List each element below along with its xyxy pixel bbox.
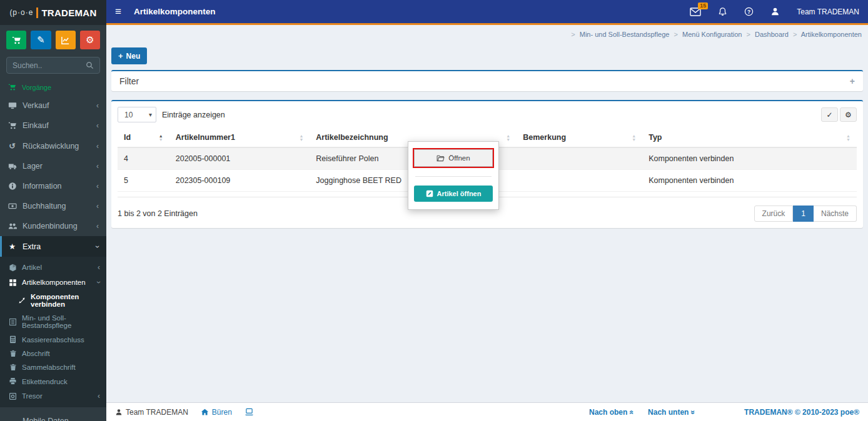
grid-icon [8,279,18,287]
page-length-label: Einträge anzeigen [162,111,225,119]
chevron-left-icon: ‹ [96,162,99,171]
sidebar-item-information[interactable]: Information ‹ [0,176,106,196]
chevron-left-icon: ‹ [96,142,99,151]
check-icon: ✓ [826,111,832,119]
cell-bemerkung[interactable] [517,170,642,192]
sidebar-item-verkauf[interactable]: Verkauf ‹ [0,96,106,116]
filter-expand-button[interactable]: + [850,76,855,86]
app-logo[interactable]: (p·o·e TRADEMAN [0,0,106,25]
page-title: Artikelkomponenten [134,7,216,16]
sidebar-item-kundenbindung[interactable]: Kundenbindung ‹ [0,216,106,236]
messages-button[interactable]: 15 [690,7,701,16]
users-icon [8,222,17,230]
hamburger-icon[interactable]: ≡ [115,6,121,18]
sidebar-item-abschrift[interactable]: Abschrift [0,347,106,360]
breadcrumb-link[interactable]: Dashboard [755,31,789,38]
breadcrumb-link[interactable]: Menü Konfiguration [682,31,742,38]
scroll-top-label: Nach oben [589,408,627,417]
sidebar-item-label: Komponenten verbinden [31,293,100,308]
cell-artikelnummer1[interactable]: 202305-000109 [169,170,310,192]
sidebar-item-vorgaenge[interactable]: Vorgänge [0,77,106,96]
topnav-user-label[interactable]: Team TRADEMAN [797,7,859,16]
sidebar-item-label: Min- und Soll-Bestandspflege [22,314,100,329]
sidebar-item-lager[interactable]: Lager ‹ [0,156,106,176]
open-article-label: Artikel öffnen [437,190,482,197]
user-menu-button[interactable] [770,7,780,16]
cell-id[interactable]: 5 [118,170,169,192]
pagination-next-button[interactable]: Nächste [814,206,857,222]
sidebar-item-tresor[interactable]: Tresor ‹ [0,389,106,404]
pencil-quick-button[interactable]: ✎ [31,31,51,49]
sidebar-item-rueckabwicklung[interactable]: ↺ Rückabwicklung ‹ [0,136,106,156]
pagination-prev-button[interactable]: Zurück [754,206,794,222]
messages-badge: 15 [698,2,708,10]
cart-quick-button[interactable] [6,31,26,49]
chevron-left-icon: ‹ [96,222,99,230]
column-label: Typ [648,133,662,142]
sidebar-item-einkauf[interactable]: Einkauf ‹ [0,116,106,136]
scroll-bottom-link[interactable]: Nach unten » [648,408,695,417]
sidebar-item-label: Vorgänge [22,84,51,91]
sidebar-item-buchhaltung[interactable]: Buchhaltung ‹ [0,196,106,216]
help-button[interactable]: ? [744,7,754,16]
open-article-button[interactable]: Artikel öffnen [414,186,493,202]
new-button[interactable]: + Neu [111,47,147,64]
sidebar-item-komponenten-verbinden[interactable]: Komponenten verbinden [0,290,106,311]
footer-copyright: TRADEMAN® © 2010-2023 poe® [744,408,859,417]
footer-location-link[interactable]: Büren [201,408,232,417]
chart-quick-button[interactable] [56,31,76,49]
table-settings-button[interactable]: ⚙ [840,107,857,122]
select-arrow-icon: ▾ [149,111,152,118]
sidebar-item-extra[interactable]: ★ Extra › [0,236,106,257]
column-visibility-button[interactable]: ✓ [821,107,838,122]
sidebar-item-kassiererabschluss[interactable]: Kassiererabschluss [0,332,106,347]
safe-icon [8,392,18,400]
pagination-page-1-button[interactable]: 1 [793,206,814,222]
sort-icon: ▲▼ [506,134,510,142]
pagination: Zurück 1 Nächste [754,206,857,222]
table-buttons: ✓ ⚙ [821,107,857,122]
quick-buttons: ✎ ⚙ [0,25,106,52]
column-header-artikelnummer1[interactable]: Artikelnummer1 ▲▼ [169,128,310,147]
breadcrumb-separator: > [793,31,797,38]
gears-icon: ⚙ [845,111,852,119]
search-input[interactable] [13,61,86,70]
page-length-select[interactable]: 10 ▾ [118,107,156,122]
footer-terminal-button[interactable] [245,408,254,416]
sidebar-item-mobile-daten-erfassung[interactable]: Mobile Daten-Erfassung ‹ [0,411,106,421]
breadcrumb-current[interactable]: Artikelkomponenten [801,31,862,38]
search-icon[interactable] [86,61,94,69]
column-header-typ[interactable]: Typ ▲▼ [642,128,857,147]
cell-bemerkung[interactable] [517,147,642,170]
open-button[interactable]: Öffnen [414,149,493,167]
column-header-id[interactable]: Id ▲▼ [118,128,169,147]
breadcrumb-link[interactable]: Min- und Soll-Bestandspflege [580,31,670,38]
gears-quick-button[interactable]: ⚙ [80,31,100,49]
cell-artikelnummer1[interactable]: 202005-000001 [169,147,310,170]
logo-prefix: (p·o·e [9,8,33,17]
scroll-top-link[interactable]: Nach oben « [589,408,634,417]
sidebar-item-min-soll-bestandspflege[interactable]: Min- und Soll-Bestandspflege [0,311,106,332]
gears-icon: ⚙ [86,34,94,46]
chevrons-up-icon: « [628,410,637,414]
cell-typ[interactable]: Komponenten verbinden [642,170,857,192]
sidebar-item-label: Kundenbindung [23,222,78,230]
logo-brand: TRADEMAN [41,7,96,18]
question-icon: ? [744,7,754,16]
sidebar-item-artikelkomponenten[interactable]: Artikelkomponenten › [0,275,106,290]
sidebar-item-label: Artikelkomponenten [22,279,86,286]
list-icon [8,318,18,326]
footer-user-label: Team TRADEMAN [126,408,188,417]
notifications-button[interactable] [718,7,727,16]
sidebar-menu: Vorgänge Verkauf ‹ Einkauf ‹ ↺ Rückabwic… [0,77,106,421]
sidebar-item-artikel[interactable]: Artikel ‹ [0,260,106,275]
sidebar: (p·o·e TRADEMAN ✎ ⚙ [0,0,106,421]
column-header-bemerkung[interactable]: Bemerkung ▲▼ [517,128,642,147]
star-icon: ★ [8,242,17,251]
cell-id[interactable]: 4 [118,147,169,170]
sidebar-item-etikettendruck[interactable]: Etikettendruck [0,374,106,389]
sidebar-item-label: Lager [23,162,43,171]
pencil-icon: ✎ [37,34,45,46]
cell-typ[interactable]: Komponenten verbinden [642,147,857,170]
sidebar-item-sammelabschrift[interactable]: Sammelabschrift [0,360,106,374]
